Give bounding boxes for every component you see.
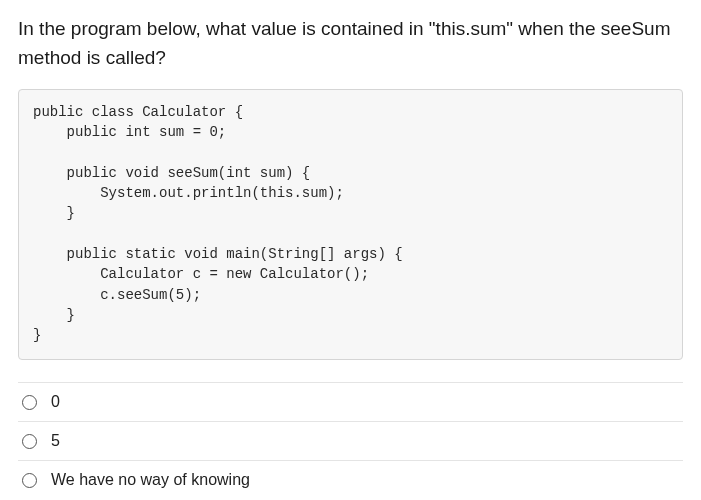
question-text: In the program below, what value is cont… xyxy=(18,14,683,73)
option-0[interactable]: 0 xyxy=(18,382,683,422)
code-block: public class Calculator { public int sum… xyxy=(18,89,683,361)
option-label: We have no way of knowing xyxy=(51,471,250,489)
option-1[interactable]: 5 xyxy=(18,422,683,461)
radio-icon xyxy=(22,473,37,488)
options-list: 0 5 We have no way of knowing xyxy=(18,382,683,499)
option-2[interactable]: We have no way of knowing xyxy=(18,461,683,499)
radio-icon xyxy=(22,434,37,449)
option-label: 5 xyxy=(51,432,60,450)
radio-icon xyxy=(22,395,37,410)
option-label: 0 xyxy=(51,393,60,411)
